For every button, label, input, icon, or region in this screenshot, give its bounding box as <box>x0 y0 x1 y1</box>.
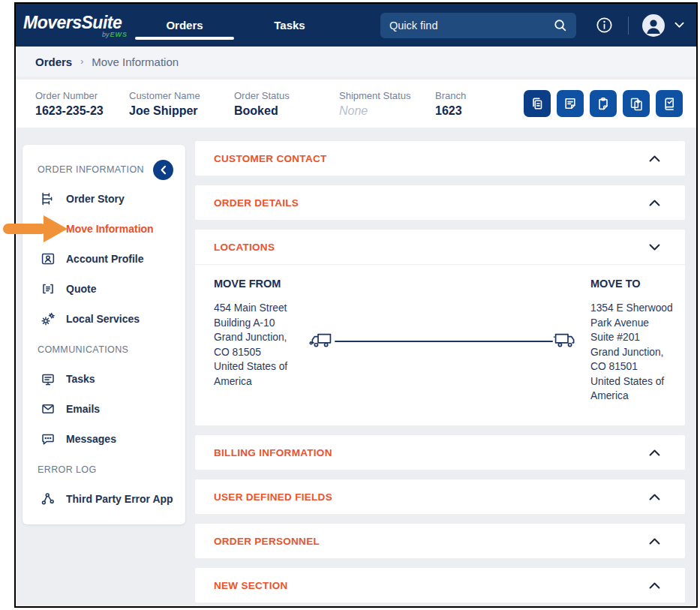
chevron-up-icon[interactable] <box>649 200 660 206</box>
sidebar-group-label: COMMUNICATIONS <box>38 344 128 355</box>
sidebar-item-messages[interactable]: Messages <box>23 424 185 454</box>
sidebar-item-label: Quote <box>66 283 96 295</box>
breadcrumb-orders-link[interactable]: Orders <box>35 56 72 68</box>
field-value: Booked <box>234 104 339 118</box>
clipboard-copy-icon[interactable] <box>623 90 650 117</box>
order-sidebar: ORDER INFORMATION Order Story <box>23 145 185 524</box>
field-value: None <box>339 104 435 118</box>
sidebar-item-local-services[interactable]: Local Services <box>23 304 185 334</box>
field-label: Shipment Status <box>339 90 435 101</box>
info-icon[interactable] <box>596 17 613 34</box>
field-value: Joe Shipper <box>129 104 234 118</box>
sidebar-item-label: Emails <box>66 403 100 415</box>
sidebar-group-order-information: ORDER INFORMATION <box>23 155 185 184</box>
sidebar-item-emails[interactable]: Emails <box>23 394 185 424</box>
section-billing-information: BILLING INFORMATION <box>195 435 685 470</box>
field-branch: Branch 1623 <box>435 90 466 118</box>
emails-icon <box>41 401 56 416</box>
field-customer-name: Customer Name Joe Shipper <box>129 90 234 118</box>
section-order-details: ORDER DETAILS <box>195 185 685 220</box>
tab-tasks[interactable]: Tasks <box>237 4 342 47</box>
field-order-number: Order Number 1623-235-23 <box>35 90 129 118</box>
account-profile-icon <box>41 251 56 266</box>
user-avatar[interactable] <box>642 14 665 37</box>
field-label: Order Status <box>234 90 339 101</box>
app-window: MoversSuite byEWS Orders Tasks <box>14 2 698 608</box>
section-header[interactable]: ORDER PERSONNEL <box>195 524 685 558</box>
truck-destination-icon <box>554 331 577 353</box>
sidebar-item-third-party-error-app[interactable]: Third Party Error App <box>23 484 185 514</box>
field-value: 1623-235-23 <box>35 104 129 118</box>
sidebar-collapse-button[interactable] <box>153 160 173 180</box>
section-header[interactable]: BILLING INFORMATION <box>195 435 685 470</box>
section-new-section: NEW SECTION <box>195 568 685 602</box>
sidebar-group-error-log: ERROR LOG <box>23 455 185 484</box>
field-shipment-status: Shipment Status None <box>339 90 435 118</box>
annotation-arrow-icon <box>3 215 69 246</box>
tab-tasks-label: Tasks <box>274 19 305 32</box>
section-locations: LOCATIONS MOVE FROM 454 Main StreetBuild… <box>195 230 685 425</box>
search-icon[interactable] <box>553 18 567 32</box>
breadcrumb: Orders › Move Information <box>16 47 696 77</box>
quick-find-search[interactable] <box>380 13 576 38</box>
search-input[interactable] <box>389 20 553 32</box>
route-line <box>335 341 553 342</box>
sidebar-item-label: Tasks <box>66 373 95 385</box>
section-header[interactable]: USER DEFINED FIELDS <box>195 479 685 514</box>
chevron-up-icon[interactable] <box>649 155 660 162</box>
field-label: Order Number <box>35 90 129 101</box>
chevron-up-icon[interactable] <box>649 538 660 545</box>
section-title: ORDER DETAILS <box>214 197 299 209</box>
chevron-up-icon[interactable] <box>649 494 660 500</box>
move-to-heading: MOVE TO <box>590 278 680 290</box>
section-header[interactable]: NEW SECTION <box>195 568 685 602</box>
section-title: ORDER PERSONNEL <box>214 536 320 547</box>
sidebar-item-tasks[interactable]: Tasks <box>23 364 185 394</box>
moverssuite-logo: MoversSuite byEWS <box>23 13 132 38</box>
sidebar-item-label: Third Party Error App <box>66 493 173 505</box>
sidebar-item-label: Local Services <box>66 313 140 325</box>
clipboard-icon[interactable] <box>590 90 617 117</box>
sidebar-item-order-story[interactable]: Order Story <box>23 184 185 214</box>
chevron-down-icon[interactable] <box>674 22 684 29</box>
book-check-icon[interactable] <box>656 90 683 117</box>
sidebar-item-account-profile[interactable]: Account Profile <box>23 244 185 274</box>
section-customer-contact: CUSTOMER CONTACT <box>195 141 685 176</box>
order-action-buttons <box>524 90 696 117</box>
section-header[interactable]: ORDER DETAILS <box>195 185 685 220</box>
breadcrumb-current-page: Move Information <box>92 56 179 68</box>
sidebar-group-label: ERROR LOG <box>38 464 97 475</box>
section-title: BILLING INFORMATION <box>214 447 332 458</box>
field-label: Branch <box>435 90 466 101</box>
move-from-block: MOVE FROM 454 Main StreetBuilding A-10Gr… <box>214 278 315 389</box>
truck-origin-icon <box>309 331 332 353</box>
copy-document-icon[interactable] <box>524 90 551 117</box>
sidebar-item-label: Messages <box>66 433 116 445</box>
chevron-up-icon[interactable] <box>649 449 660 456</box>
sidebar-item-label: Account Profile <box>66 253 143 265</box>
field-order-status: Order Status Booked <box>234 90 339 118</box>
order-story-icon <box>41 191 56 206</box>
section-user-defined-fields: USER DEFINED FIELDS <box>195 479 685 514</box>
tab-orders-label: Orders <box>166 19 203 32</box>
third-party-error-icon <box>41 491 56 506</box>
breadcrumb-separator: › <box>80 56 83 67</box>
messages-icon <box>41 431 56 446</box>
sidebar-item-label: Order Story <box>66 193 125 205</box>
main-area: ORDER INFORMATION Order Story <box>16 128 696 608</box>
tab-orders[interactable]: Orders <box>132 4 237 47</box>
section-title: CUSTOMER CONTACT <box>214 153 327 164</box>
chevron-down-icon[interactable] <box>649 244 660 251</box>
section-header[interactable]: CUSTOMER CONTACT <box>195 141 685 176</box>
section-title: USER DEFINED FIELDS <box>214 491 332 503</box>
local-services-icon <box>41 311 56 326</box>
order-summary-bar: Order Number 1623-235-23 Customer Name J… <box>16 80 696 128</box>
note-icon[interactable] <box>557 90 584 117</box>
section-header[interactable]: LOCATIONS <box>195 230 685 264</box>
navbar-divider <box>628 17 629 35</box>
move-from-address: 454 Main StreetBuilding A-10Grand Juncti… <box>214 301 315 389</box>
tasks-icon <box>41 371 56 386</box>
sidebar-item-label: Move Information <box>66 223 154 235</box>
chevron-up-icon[interactable] <box>649 582 660 589</box>
sidebar-item-quote[interactable]: Quote <box>23 274 185 304</box>
